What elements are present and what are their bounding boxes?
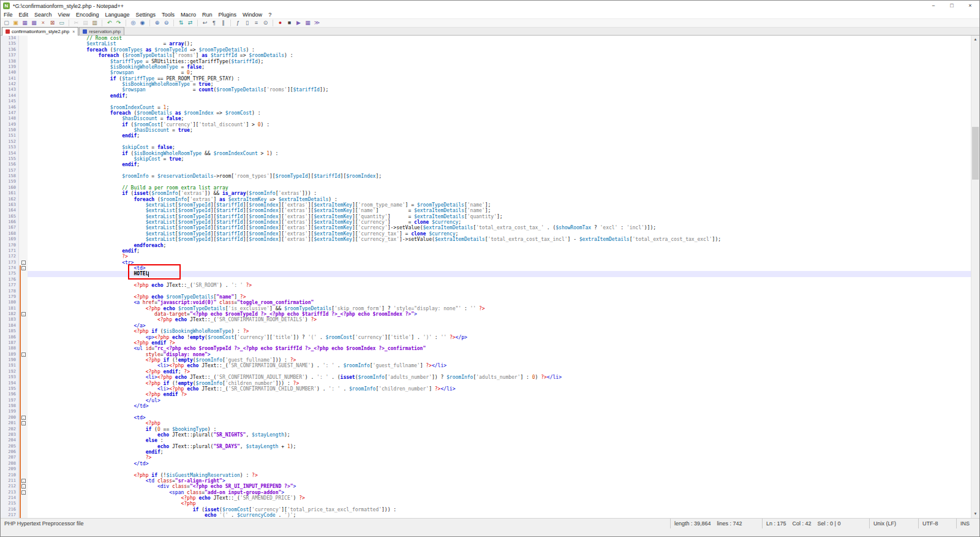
code-line-212[interactable]: 212- <div class="<?php echo SR_UI_INPUT_… [1, 484, 971, 489]
fold-collapse-icon[interactable]: - [21, 421, 26, 425]
code-line-170[interactable]: 170 endforeach; [1, 243, 971, 248]
fold-collapse-icon[interactable]: - [21, 266, 26, 270]
code-line-214[interactable]: 214 <?php echo JText::_('SR_AMENDED_PRIC… [1, 495, 971, 501]
fold-collapse-icon[interactable]: - [21, 484, 26, 489]
code-line-140[interactable]: 140 $rowspan = 0; [1, 70, 971, 75]
code-line-193[interactable]: 193 <li><?php echo JText::_('SR_CONFIRMA… [1, 375, 971, 380]
code-line-166[interactable]: 166 $extraList[$roomTypeId][$tariffId][$… [1, 219, 971, 225]
code-line-188[interactable]: 188 <ul id="rc_<?php echo $roomTypeId ?>… [1, 346, 971, 351]
menu-tools[interactable]: Tools [159, 11, 178, 18]
fold-collapse-icon[interactable]: - [21, 479, 26, 483]
code-line-206[interactable]: 206 endif; [1, 449, 971, 455]
code-line-171[interactable]: 171 endif; [1, 248, 971, 254]
code-line-196[interactable]: 196 <?php endif ?> [1, 392, 971, 397]
code-line-173[interactable]: 173- <tr> [1, 260, 971, 265]
tab-confirmationform-style2-php[interactable]: confirmationform_style2.php× [2, 27, 78, 36]
code-line-142[interactable]: 142 $isBookingWholeRoomType = true; [1, 82, 971, 87]
code-line-158[interactable]: 158 $roomInfo = $reservationDetails->roo… [1, 173, 971, 179]
copy-icon[interactable]: ▤ [81, 19, 89, 27]
code-line-199[interactable]: 199 [1, 409, 971, 414]
code-line-183[interactable]: 183 <?php echo JText::_('SR_CONFIRMATION… [1, 317, 971, 322]
menu-window[interactable]: Window [239, 11, 265, 18]
fold-collapse-icon[interactable]: - [21, 312, 26, 316]
document-map-icon[interactable]: ▯ [243, 19, 251, 27]
paste-icon[interactable]: ▥ [91, 19, 99, 27]
close-tab-icon[interactable]: × [72, 29, 75, 34]
code-line-168[interactable]: 168 $extraList[$roomTypeId][$tariffId][$… [1, 231, 971, 237]
file-monitoring-icon[interactable]: ⊙ [262, 19, 270, 27]
menu-settings[interactable]: Settings [133, 11, 159, 18]
code-line-176[interactable]: 176 [1, 277, 971, 283]
code-line-189[interactable]: 189- style="display: none"> [1, 352, 971, 357]
close-button[interactable]: × [961, 1, 979, 11]
document-list-icon[interactable]: ≡ [252, 19, 260, 27]
code-line-179[interactable]: 179 <?php echo $roomTypeDetails["name"] … [1, 294, 971, 300]
text-editor[interactable]: 134 // Room cost135 $extraList = array()… [1, 36, 979, 518]
code-line-167[interactable]: 167 $extraList[$roomTypeId][$tariffId][$… [1, 225, 971, 230]
code-line-198[interactable]: 198 </td> [1, 403, 971, 409]
code-line-159[interactable]: 159 [1, 179, 971, 185]
code-line-197[interactable]: 197 </ul> [1, 398, 971, 403]
fold-collapse-icon[interactable]: - [21, 352, 26, 357]
code-line-143[interactable]: 143 $rowspan = count($roomTypeDetails['r… [1, 87, 971, 93]
maximize-button[interactable]: □ [943, 1, 961, 11]
record-macro-icon[interactable]: ● [276, 19, 284, 27]
code-line-157[interactable]: 157 [1, 168, 971, 173]
code-line-211[interactable]: 211- <td class="sr-align-right"> [1, 478, 971, 484]
code-line-187[interactable]: 187 <?php endif ?> [1, 340, 971, 346]
code-line-169[interactable]: 169 $extraList[$roomTypeId][$tariffId][$… [1, 237, 971, 242]
save-macro-icon[interactable]: ▦ [304, 19, 312, 27]
vertical-scrollbar[interactable]: ▲ ▼ [971, 36, 979, 518]
menu-language[interactable]: Language [102, 11, 132, 18]
code-line-201[interactable]: 201- <?php [1, 421, 971, 426]
code-area[interactable]: 134 // Room cost135 $extraList = array()… [1, 36, 971, 518]
code-line-194[interactable]: 194 <?php if (!empty($roomInfo['children… [1, 381, 971, 386]
code-line-175[interactable]: 175 HOTEL [1, 271, 971, 276]
redo-icon[interactable]: ↷ [115, 19, 123, 27]
code-line-153[interactable]: 153 $skipCost = false; [1, 145, 971, 150]
zoom-out-icon[interactable]: ⊖ [162, 19, 170, 27]
code-line-185[interactable]: 185 <?php if ($isBookingWholeRoomType) :… [1, 329, 971, 334]
menu-plugins[interactable]: Plugins [216, 11, 240, 18]
stop-macro-icon[interactable]: ■ [285, 19, 293, 27]
code-line-190[interactable]: 190 <?php if (!empty($roomInfo['guest_fu… [1, 357, 971, 363]
code-line-147[interactable]: 147 foreach ($roomDetails as $roomIndex … [1, 110, 971, 116]
code-line-146[interactable]: 146 $roomIndexCount = 1; [1, 105, 971, 110]
tab-reservation-php[interactable]: reservation.php [79, 27, 124, 35]
menu-search[interactable]: Search [31, 11, 55, 18]
sync-horizontal-scroll-icon[interactable]: ⇄ [186, 19, 194, 27]
menu-view[interactable]: View [55, 11, 73, 18]
code-line-181[interactable]: 181 <?php echo $roomTypeDetails['is_excl… [1, 306, 971, 311]
code-line-208[interactable]: 208 </td> [1, 461, 971, 467]
code-line-174[interactable]: 174- <td> [1, 265, 971, 271]
word-wrap-icon[interactable]: ↩ [201, 19, 209, 27]
status-insert-mode[interactable]: INS [956, 519, 979, 528]
menu-help[interactable]: ? [265, 11, 274, 18]
menu-run[interactable]: Run [199, 11, 216, 18]
code-line-135[interactable]: 135 $extraList = array(); [1, 41, 971, 47]
save-all-icon[interactable]: ▩ [30, 19, 38, 27]
code-line-162[interactable]: 162 foreach ($roomInfo['extras'] as $ext… [1, 197, 971, 202]
close-icon[interactable]: × [39, 19, 47, 27]
code-line-192[interactable]: 192 <?php endif; ?> [1, 369, 971, 375]
code-line-145[interactable]: 145 [1, 99, 971, 104]
play-macro-icon[interactable]: ▶ [295, 19, 303, 27]
code-line-144[interactable]: 144 endif; [1, 93, 971, 99]
code-line-141[interactable]: 141 if ($tariffType == PER_ROOM_TYPE_PER… [1, 76, 971, 82]
code-line-210[interactable]: 210 <?php if (!$isGuestMakingReservation… [1, 473, 971, 478]
code-line-207[interactable]: 207 ?> [1, 455, 971, 460]
code-line-134[interactable]: 134 // Room cost [1, 36, 971, 41]
title-bar[interactable]: N *G:\confirmationform_style2.php - Note… [1, 1, 979, 11]
code-line-163[interactable]: 163 $extraList[$roomTypeId][$tariffId][$… [1, 202, 971, 208]
code-line-178[interactable]: 178 [1, 289, 971, 294]
menu-encoding[interactable]: Encoding [73, 11, 102, 18]
code-line-186[interactable]: 186 <p><?php echo !empty($roomCost['curr… [1, 335, 971, 340]
status-eol-format[interactable]: Unix (LF) [869, 519, 918, 528]
fold-collapse-icon[interactable]: - [21, 490, 26, 495]
save-icon[interactable]: ▦ [21, 19, 29, 27]
code-line-161[interactable]: 161 if (isset($roomInfo['extras']) && is… [1, 191, 971, 196]
code-line-182[interactable]: 182- data-target="<?php echo $roomTypeId… [1, 311, 971, 317]
new-file-icon[interactable]: ▢ [2, 19, 10, 27]
code-line-165[interactable]: 165 $extraList[$roomTypeId][$tariffId][$… [1, 214, 971, 219]
code-line-151[interactable]: 151 endif; [1, 133, 971, 139]
